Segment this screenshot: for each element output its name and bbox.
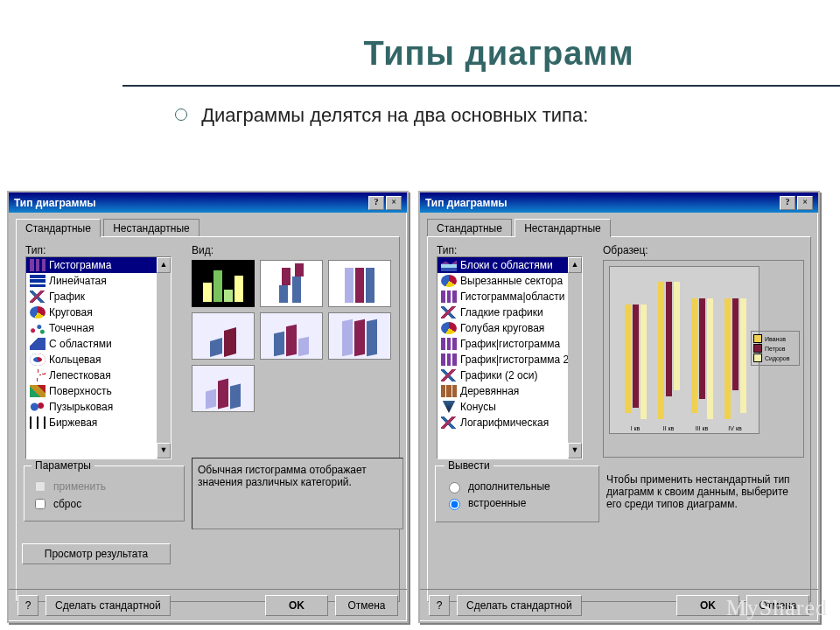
param-reset-checkbox[interactable] [35, 499, 46, 509]
subtype-thumb[interactable] [260, 260, 323, 307]
page-subtitle: Диаграммы делятся на два основных типа: [175, 104, 840, 127]
scrollbar[interactable]: ▲ ▼ [157, 257, 171, 458]
list-item[interactable]: Конусы [438, 399, 568, 415]
watermark: MyShared [726, 595, 828, 621]
output-groupbox: Вывести дополнительные встроенные [435, 459, 599, 522]
help-icon[interactable]: ? [368, 196, 384, 210]
param-apply[interactable]: применить [32, 479, 177, 494]
scrollbar[interactable]: ▲ ▼ [568, 257, 582, 458]
list-item-label: Блоки с областями [460, 259, 553, 271]
title-rule [122, 85, 840, 87]
ic-radar-icon [30, 369, 46, 382]
list-item[interactable]: Линейчатая [26, 273, 157, 289]
list-item[interactable]: Голубая круговая [438, 320, 568, 336]
type-listbox[interactable]: Блоки с областямиВырезанные сектораГисто… [437, 256, 583, 459]
subtype-thumb[interactable] [192, 260, 255, 307]
list-item[interactable]: График [26, 289, 157, 304]
list-item-label: Гистограмма|области [460, 290, 564, 303]
preview-bar [625, 304, 631, 414]
scroll-down-icon[interactable]: ▼ [568, 443, 582, 458]
preview-xtick: IV кв [722, 425, 748, 431]
list-item[interactable]: Биржевая [26, 415, 157, 430]
list-item-label: Гистограмма [49, 259, 111, 271]
context-help-button[interactable]: ? [429, 595, 450, 616]
cancel-button[interactable]: Отмена [335, 595, 398, 616]
tabs: Стандартные Нестандартные [9, 213, 407, 236]
panel: Тип: Вид: ГистограммаЛинейчатаяГрафикКру… [16, 236, 400, 602]
list-item[interactable]: Круговая [26, 304, 157, 320]
view-label: Вид: [192, 244, 214, 256]
param-reset[interactable]: сброс [32, 496, 177, 512]
list-item[interactable]: Гладкие графики [438, 304, 568, 320]
list-item[interactable]: Вырезанные сектора [438, 273, 568, 289]
titlebar[interactable]: Тип диаграммы ? × [9, 192, 407, 213]
list-item[interactable]: С областями [26, 336, 157, 352]
output-additional[interactable]: дополнительные [444, 480, 590, 494]
ic-pie-icon [441, 275, 457, 287]
preview-xtick: III кв [689, 425, 715, 431]
tab-custom[interactable]: Нестандартные [103, 219, 200, 237]
preview-bar [640, 304, 647, 419]
make-standard-button[interactable]: Сделать стандартной [457, 595, 582, 616]
scroll-up-icon[interactable]: ▲ [157, 257, 171, 273]
subtype-description: Обычная гистограмма отображает значения … [192, 458, 403, 529]
help-icon[interactable]: ? [780, 196, 795, 210]
preview-bar [724, 298, 731, 419]
list-item[interactable]: Деревянная [438, 383, 568, 399]
list-item[interactable]: Гистограмма [26, 257, 157, 273]
list-item-label: Вырезанные сектора [460, 275, 563, 287]
ic-line-icon [30, 290, 46, 303]
output-builtin[interactable]: встроенные [444, 496, 590, 510]
preview-bar [732, 298, 738, 390]
list-item-label: Линейчатая [49, 275, 107, 287]
list-item[interactable]: Графики (2 оси) [438, 368, 568, 383]
close-icon[interactable]: × [386, 196, 402, 210]
custom-description: Чтобы применить нестандартный тип диагра… [603, 470, 809, 545]
ic-ring-icon [30, 354, 46, 366]
list-item-label: Пузырьковая [49, 401, 113, 413]
subtype-thumb[interactable] [192, 365, 255, 412]
list-item[interactable]: Точечная [26, 320, 157, 336]
context-help-button[interactable]: ? [18, 595, 38, 616]
output-additional-radio[interactable] [449, 482, 460, 494]
tab-custom[interactable]: Нестандартные [514, 219, 611, 237]
chart-type-dialog-custom: Тип диаграммы ? × Стандартные Нестандарт… [418, 191, 820, 623]
params-groupbox: Параметры применить сброс [24, 459, 185, 522]
titlebar[interactable]: Тип диаграммы ? × [420, 192, 818, 213]
list-item-label: Логарифмическая [460, 416, 549, 429]
page-title: Типы диаграмм [0, 0, 840, 78]
tab-standard[interactable]: Стандартные [16, 219, 101, 237]
subtype-thumb[interactable] [328, 260, 391, 307]
ic-hbars-icon [30, 275, 46, 287]
tab-standard[interactable]: Стандартные [427, 219, 512, 237]
list-item-label: Конусы [460, 401, 496, 413]
list-item-label: С областями [49, 338, 112, 350]
titlebar-caption: Тип диаграммы [425, 197, 508, 209]
close-icon[interactable]: × [797, 196, 813, 210]
type-listbox[interactable]: ГистограммаЛинейчатаяГрафикКруговаяТочеч… [25, 256, 172, 459]
preview-xtick: II кв [655, 425, 682, 431]
preview-result-button[interactable]: Просмотр результата [22, 543, 171, 564]
subtype-thumb[interactable] [192, 312, 255, 360]
dialog-buttons: ? Сделать стандартной OK Отмена [9, 589, 407, 621]
scroll-down-icon[interactable]: ▼ [157, 443, 171, 458]
list-item-label: График|гистограмма [460, 338, 560, 350]
scroll-up-icon[interactable]: ▲ [568, 257, 582, 273]
list-item[interactable]: Поверхность [26, 383, 157, 399]
preview-bar [691, 298, 697, 413]
make-standard-button[interactable]: Сделать стандартной [46, 595, 171, 616]
ic-bars-icon [441, 338, 457, 350]
list-item[interactable]: Пузырьковая [26, 399, 157, 415]
subtype-thumb[interactable] [328, 312, 391, 360]
list-item[interactable]: Блоки с областями [438, 257, 568, 273]
list-item[interactable]: Гистограмма|области [438, 289, 568, 304]
output-builtin-radio[interactable] [449, 499, 460, 510]
preview-bar [707, 298, 713, 419]
list-item[interactable]: График|гистограмма [438, 336, 568, 352]
subtype-thumb[interactable] [260, 312, 323, 360]
list-item[interactable]: Логарифмическая [438, 415, 568, 430]
list-item[interactable]: Лепестковая [26, 368, 157, 383]
ok-button[interactable]: OK [265, 595, 328, 616]
list-item[interactable]: График|гистограмма 2 [438, 352, 568, 368]
list-item[interactable]: Кольцевая [26, 352, 157, 368]
